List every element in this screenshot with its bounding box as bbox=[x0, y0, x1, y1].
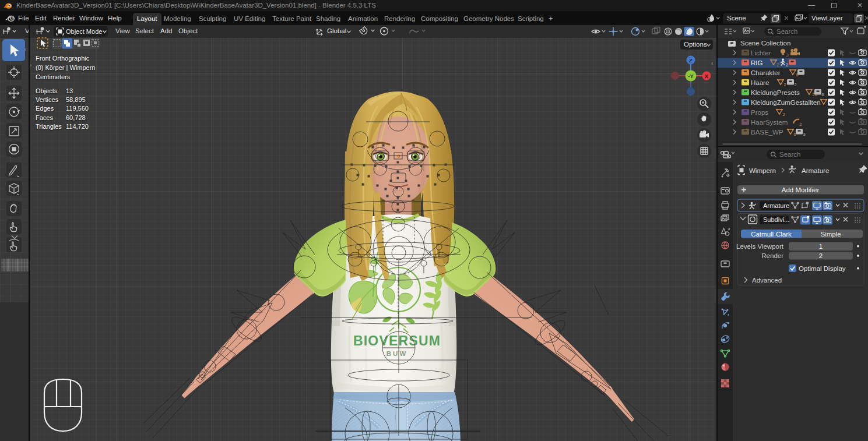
svg-text:X: X bbox=[705, 73, 709, 79]
svg-text:Z: Z bbox=[689, 57, 693, 63]
svg-text:KleidungZumGestallten: KleidungZumGestallten bbox=[751, 99, 821, 106]
svg-text:1: 1 bbox=[819, 243, 823, 250]
svg-text:2: 2 bbox=[795, 82, 797, 87]
svg-text:-Y: -Y bbox=[688, 73, 694, 79]
svg-text:3: 3 bbox=[803, 132, 806, 137]
svg-text:2: 2 bbox=[786, 62, 788, 68]
svg-text:Armature: Armature bbox=[802, 167, 829, 174]
svg-text:Optimal Display: Optimal Display bbox=[799, 265, 846, 272]
svg-text:6: 6 bbox=[822, 92, 824, 97]
svg-text:2: 2 bbox=[784, 82, 786, 87]
svg-text:Armature: Armature bbox=[763, 202, 789, 209]
svg-text:2: 2 bbox=[777, 62, 779, 68]
svg-text:Props: Props bbox=[751, 109, 768, 116]
svg-text:BIOVERSUM: BIOVERSUM bbox=[353, 333, 441, 348]
svg-text:BASE_WP: BASE_WP bbox=[751, 129, 783, 136]
svg-text:Levels Viewport: Levels Viewport bbox=[736, 243, 784, 250]
svg-text:BUW: BUW bbox=[386, 350, 407, 357]
svg-text:RIG: RIG bbox=[751, 59, 763, 66]
svg-text:2: 2 bbox=[819, 252, 823, 259]
svg-text:Search: Search bbox=[779, 151, 800, 158]
svg-text:Catmull-Clark: Catmull-Clark bbox=[751, 231, 792, 238]
svg-text:Subdivi...: Subdivi... bbox=[763, 216, 789, 223]
svg-text:Scene Collection: Scene Collection bbox=[740, 40, 790, 47]
svg-text:2: 2 bbox=[783, 112, 785, 117]
svg-text:Render: Render bbox=[761, 252, 783, 259]
svg-text:Simple: Simple bbox=[820, 231, 841, 238]
svg-text:3: 3 bbox=[786, 52, 789, 58]
svg-text:Wimpern: Wimpern bbox=[749, 167, 776, 174]
svg-text:Search: Search bbox=[776, 28, 797, 35]
svg-text:HaarSystem: HaarSystem bbox=[751, 119, 788, 126]
svg-text:Advanced: Advanced bbox=[752, 277, 782, 284]
svg-text:ViewLayer: ViewLayer bbox=[811, 15, 843, 22]
svg-text:Charakter: Charakter bbox=[751, 69, 781, 76]
svg-text:2: 2 bbox=[800, 122, 802, 127]
svg-text:Add Modifier: Add Modifier bbox=[782, 186, 820, 193]
svg-text:Scene: Scene bbox=[727, 15, 746, 22]
svg-text:Lichter: Lichter bbox=[751, 50, 771, 57]
svg-text:KleidungPresets: KleidungPresets bbox=[751, 89, 800, 96]
svg-text:Haare: Haare bbox=[751, 79, 769, 86]
